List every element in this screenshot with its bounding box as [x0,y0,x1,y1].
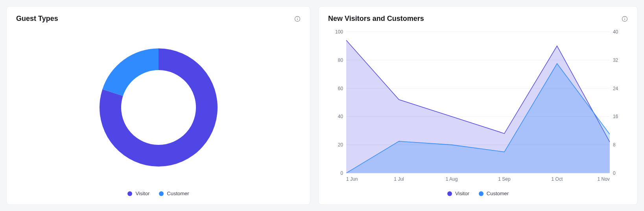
legend-label: Customer [167,191,189,196]
legend-item-customer: Customer [479,191,509,196]
legend-label: Visitor [135,191,149,196]
y-right-tick: 32 [613,57,618,63]
y-left-tick: 0 [340,170,343,176]
x-tick: 1 Oct [552,176,563,182]
y-right-tick: 0 [613,170,616,176]
donut-svg [96,44,221,170]
legend-swatch [159,191,164,196]
card-header: New Visitors and Customers [328,15,628,23]
legend-swatch [447,191,452,196]
y-left-tick: 40 [338,114,343,119]
y-left-tick: 60 [338,85,343,91]
info-icon[interactable] [294,16,301,22]
donut-chart: Visitor Customer [16,28,301,196]
legend-swatch [479,191,483,196]
legend-swatch [127,191,132,196]
area-svg: 02040608010008162432401 Jun1 Jul1 Aug1 S… [328,28,628,187]
x-tick: 1 Sep [498,176,511,182]
area-chart: 02040608010008162432401 Jun1 Jul1 Aug1 S… [328,28,628,196]
legend: Visitor Customer [127,191,189,196]
y-left-tick: 20 [338,142,343,148]
x-tick: 1 Jul [394,176,404,182]
card-title: Guest Types [16,15,58,23]
x-tick: 1 Aug [446,176,458,182]
y-right-tick: 40 [613,29,618,35]
donut-slice-customer [102,48,159,96]
svg-point-5 [624,17,625,18]
card-header: Guest Types [16,15,301,23]
legend-item-visitor: Visitor [127,191,149,196]
y-right-tick: 24 [613,85,618,91]
card-guest-types: Guest Types Visitor Custom [6,6,310,205]
legend-item-customer: Customer [159,191,189,196]
x-tick: 1 Nov [597,176,610,182]
card-new-visitors-customers: New Visitors and Customers 0204060801000… [318,6,638,205]
legend: Visitor Customer [328,191,628,196]
card-title: New Visitors and Customers [328,15,424,23]
y-left-tick: 100 [335,29,343,35]
y-right-tick: 16 [613,114,618,119]
info-icon[interactable] [622,16,628,22]
y-left-tick: 80 [338,57,343,63]
legend-label: Visitor [455,191,469,196]
legend-label: Customer [487,191,509,196]
svg-point-2 [297,17,297,18]
y-right-tick: 8 [613,142,616,148]
x-tick: 1 Jun [346,176,358,182]
legend-item-visitor: Visitor [447,191,469,196]
